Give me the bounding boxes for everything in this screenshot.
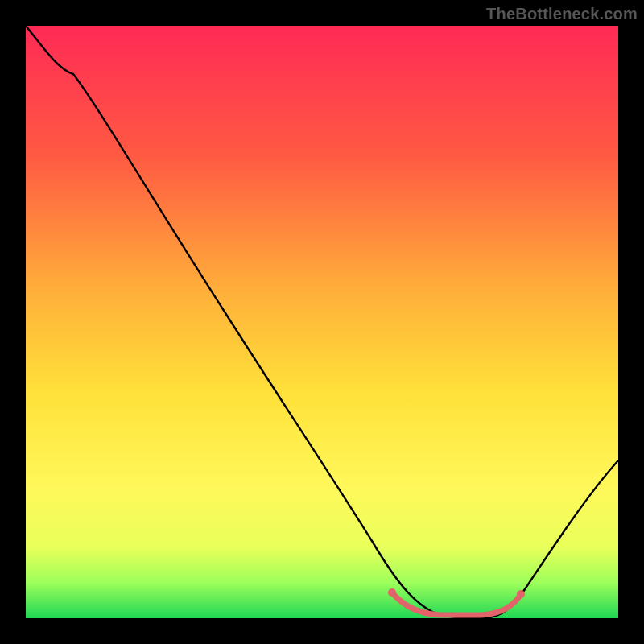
bottleneck-curve <box>26 26 618 618</box>
marker-endpoint-right <box>517 590 525 598</box>
chart-frame: TheBottleneck.com <box>0 0 644 644</box>
curve-layer <box>26 26 618 618</box>
watermark-text: TheBottleneck.com <box>486 5 638 23</box>
marker-endpoint-left <box>388 588 396 597</box>
plot-area <box>26 26 618 618</box>
